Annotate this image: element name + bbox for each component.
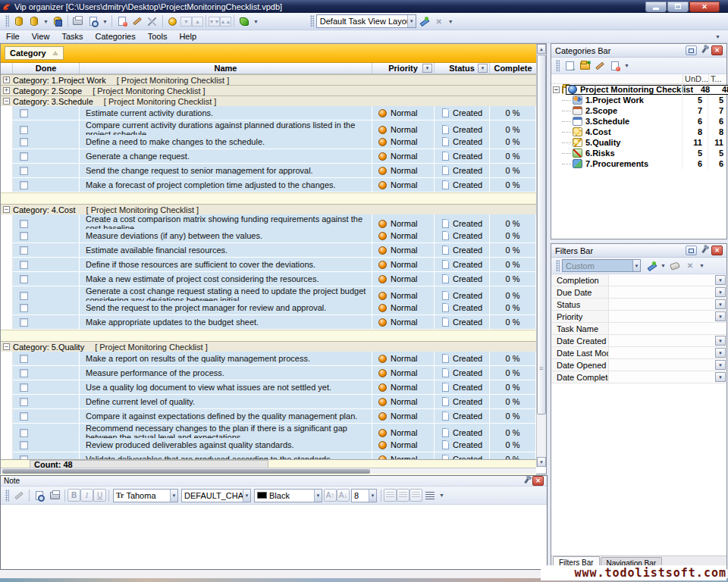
font-dropdown[interactable]: ▼ [170,490,177,502]
task-checkbox[interactable] [20,246,28,255]
underline-button[interactable]: U [93,489,106,502]
bullet-list-button[interactable] [422,488,438,502]
filters-close-button[interactable]: ✕ [711,246,723,255]
move-bottom-button[interactable]: ▼▼ [209,17,220,27]
move-down-button[interactable]: ▼ [180,17,192,27]
layout-combobox[interactable]: Default Task View Layout ▼ [316,14,416,28]
open-database-button[interactable] [27,14,42,29]
task-row[interactable]: Review produced deliverables against qua… [1,438,536,452]
filter-preset-dropdown[interactable]: ▼ [632,260,640,271]
task-checkbox[interactable] [20,369,28,377]
task-row[interactable]: Send the change request to senior manage… [1,164,536,178]
filter-row[interactable]: Date Completed▼ [551,371,726,383]
style-combobox[interactable]: DEFAULT_CHAR ▼ [181,489,251,502]
column-name[interactable]: Name [80,63,372,74]
horizontal-scrollbar[interactable] [1,468,536,474]
filter-value-field[interactable] [609,323,726,334]
filter-value-field[interactable] [609,299,714,310]
menu-file[interactable]: File [0,31,26,42]
scroll-down-button[interactable]: ▼ [537,457,546,467]
menu-tools[interactable]: Tools [142,31,174,42]
toolbar-grip[interactable] [556,60,560,72]
filters-toolbar-caret-icon[interactable]: ▼ [698,263,706,268]
priority-filter-button[interactable]: ▼ [422,64,432,73]
apply-filter-button[interactable] [644,258,659,273]
layout-caret-icon[interactable]: ▼ [447,19,455,24]
tree-item-calendar[interactable]: 3.Schedule66 [551,116,726,127]
filter-dropdown-button[interactable]: ▼ [715,348,726,358]
column-total-label[interactable]: T... [708,74,726,83]
categories-pin-button[interactable] [698,45,710,55]
note-close-button[interactable]: ✕ [532,476,544,486]
note-print-button[interactable] [47,488,62,502]
task-checkbox[interactable] [20,441,28,449]
tree-item-key[interactable]: 5.Quality1111 [551,137,726,148]
collapse-icon[interactable]: − [3,98,10,105]
task-row[interactable]: Define current level of quality.NormalCr… [1,395,536,409]
task-checkbox[interactable] [20,412,28,421]
apply-layout-button[interactable] [416,14,431,29]
task-row[interactable]: Measure performance of the process.Norma… [1,366,536,380]
tree-item-chart[interactable]: 6.Risks55 [551,148,726,158]
filter-row[interactable]: Date Last Modified▼ [551,347,726,359]
filter-row[interactable]: Priority▼ [551,311,726,323]
status-filter-button[interactable]: ▼ [478,64,488,73]
task-checkbox[interactable] [20,181,28,189]
size-dropdown[interactable]: ▼ [369,490,376,502]
new-database-button[interactable] [11,14,27,29]
align-right-button[interactable] [410,489,422,502]
tree-root-row[interactable]: − Project Monitoring Checklist 48 48 [551,84,726,95]
task-checkbox[interactable] [20,261,28,269]
task-checkbox[interactable] [20,318,28,327]
category-group-row[interactable]: +Category: 2.Scope[ Project Monitoring C… [1,85,536,95]
notify-button[interactable] [237,14,252,29]
notify-caret-icon[interactable]: ▼ [252,19,260,24]
edit-task-button[interactable] [130,14,145,29]
toolbar-grip[interactable] [5,490,9,502]
task-checkbox[interactable] [20,167,28,175]
open-database-caret-icon[interactable]: ▼ [42,19,50,24]
filter-preset-combobox[interactable]: Custom ▼ [562,259,641,272]
task-row[interactable]: Generate a change request.NormalCreated0… [1,149,536,164]
hscrollbar-thumb[interactable] [2,469,370,474]
menu-help[interactable]: Help [173,31,202,42]
filters-pin-button[interactable] [698,246,710,255]
filter-dropdown-button[interactable]: ▼ [715,372,726,382]
category-group-row[interactable]: −Category: 3.Schedule[ Project Monitorin… [1,95,536,106]
column-status[interactable]: Status ▼ [435,63,490,74]
column-undone-label[interactable]: UnD... [682,74,708,83]
tree-collapse-icon[interactable]: − [553,86,560,93]
task-row[interactable]: Define a need to make changes to the sch… [1,135,536,149]
task-row[interactable]: Use a quality log document to view what … [1,380,536,395]
task-row[interactable]: Define if those resources are sufficient… [1,258,536,272]
filter-row[interactable]: Task Name [551,323,726,335]
filters-restore-button[interactable] [686,246,697,255]
filter-dropdown-button[interactable]: ▼ [715,287,726,297]
bold-button[interactable]: B [67,489,80,502]
move-top-button[interactable]: ▲▲ [220,17,231,27]
task-row[interactable]: Estimate current activity durations.Norm… [1,106,536,120]
column-done[interactable]: Done [13,63,80,74]
categories-close-button[interactable]: ✕ [711,45,723,55]
toolbar-grip[interactable] [556,260,560,272]
task-row[interactable]: Make appropriate updates to the budget s… [1,315,536,330]
task-row[interactable]: Estimate available financial resources.N… [1,243,536,258]
filter-dropdown-button[interactable]: ▼ [715,336,726,346]
task-row[interactable]: Make a forecast of project completion ti… [1,178,536,192]
note-preview-button[interactable] [32,488,47,502]
group-by-chip[interactable]: Category [5,46,64,60]
delete-filter-button[interactable]: ✕ [682,258,698,273]
print-caret-icon[interactable]: ▼ [101,19,109,24]
clear-filter-button[interactable] [667,258,682,273]
task-row[interactable]: Send the request to the project manager … [1,301,536,315]
categories-restore-button[interactable] [686,45,697,55]
category-group-row[interactable]: +Category: 1.Project Work[ Project Monit… [1,74,536,85]
task-checkbox[interactable] [20,138,28,146]
filter-value-field[interactable] [609,311,714,322]
tree-item-coins[interactable]: 4.Cost88 [551,127,726,137]
task-row[interactable]: Measure deviations (if any) between the … [1,229,536,243]
filter-value-field[interactable] [609,274,714,286]
task-row[interactable]: Compare current activity durations again… [1,120,536,135]
task-checkbox[interactable] [20,232,28,240]
filter-value-field[interactable] [609,359,714,371]
